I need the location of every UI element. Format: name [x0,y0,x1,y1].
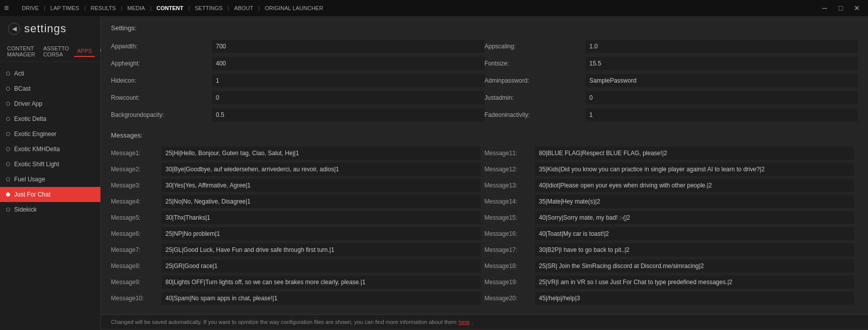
appheight-input[interactable] [212,57,485,70]
message1-input[interactable] [161,147,481,160]
justadmin-label: Justadmin: [485,94,586,101]
back-button[interactable]: ◀ [8,23,20,35]
message4-input[interactable] [161,195,481,208]
messages-section: Messages: Message1: Message2: Message3: [111,131,858,306]
message19-input[interactable] [535,276,854,289]
message6-input[interactable] [161,227,481,240]
appscaling-input[interactable] [586,40,858,53]
message18-label: Message18: [485,262,535,270]
titlebar-controls: ─ □ ✕ [818,1,864,15]
message2-input[interactable] [161,163,481,176]
message-row-19: Message19: [485,274,858,290]
fadeoninactivity-input[interactable] [586,108,858,121]
setting-row-rowcount: Rowcount: [111,89,485,106]
sidebar-item-label: Just For Chat [14,191,50,198]
message11-input[interactable] [535,147,854,160]
hamburger-icon[interactable]: ≡ [4,4,9,13]
settings-section-title: Settings: [111,24,858,32]
message-row-18: Message18: [485,258,858,274]
maximize-button[interactable]: □ [834,1,848,15]
messages-left-col: Message1: Message2: Message3: Message4: [111,145,485,306]
nav-original-launcher[interactable]: ORIGINAL LAUNCHER [260,5,328,11]
hideicon-input[interactable] [212,74,485,87]
sidebar-item-exotic-kmhdelta[interactable]: Exotic KMHDelta [0,142,100,157]
nav-laptimes[interactable]: LAP TIMES [45,5,84,11]
sidebar-item-sidekick[interactable]: Sidekick [0,202,100,217]
dot-icon [6,102,10,106]
dot-icon [6,87,10,91]
footer-link[interactable]: here [458,319,470,325]
setting-row-appheight: Appheight: [111,55,485,72]
message13-input[interactable] [535,179,854,192]
dot-icon [6,162,10,166]
message3-input[interactable] [161,179,481,192]
appscaling-label: Appscaling: [485,43,586,50]
message16-input[interactable] [535,227,854,240]
close-button[interactable]: ✕ [850,1,864,15]
message8-input[interactable] [161,259,481,273]
sidebar-item-fuel-usage[interactable]: Fuel Usage [0,172,100,187]
message16-label: Message16: [485,230,535,237]
setting-row-backgroundopacity: Backgroundopacity: [111,106,485,123]
message-row-3: Message3: [111,177,485,193]
message15-input[interactable] [535,211,854,224]
message-row-17: Message17: [485,242,858,258]
message-row-11: Message11: [485,145,858,161]
fadeoninactivity-label: Fadeoninactivity: [485,111,586,118]
nav-about[interactable]: ABOUT [229,5,258,11]
settings-right-col: Appscaling: Fontsize: Adminpassword: Jus… [485,38,858,123]
nav-results[interactable]: RESULTS [86,5,121,11]
dot-icon [6,192,10,196]
rowcount-input[interactable] [212,91,485,104]
message-row-20: Message20: [485,290,858,306]
backgroundopacity-input[interactable] [212,108,485,121]
appwidth-input[interactable] [212,40,485,53]
tab-content-manager[interactable]: CONTENT MANAGER [4,43,38,59]
message9-label: Message9: [111,279,161,286]
tab-assetto-corsa[interactable]: ASSETTO CORSA [40,43,72,59]
nav-media[interactable]: MEDIA [123,5,150,11]
titlebar: ≡ DRIVE | LAP TIMES | RESULTS | MEDIA | … [0,0,868,16]
message12-input[interactable] [535,163,854,176]
message18-input[interactable] [535,259,854,273]
sidebar-item-driver-app[interactable]: Driver App [0,96,100,111]
minimize-button[interactable]: ─ [818,1,832,15]
message17-input[interactable] [535,243,854,256]
dot-icon [6,117,10,121]
sidebar-item-exotic-engineer[interactable]: Exotic Engineer [0,126,100,142]
footer-end: . [472,319,473,325]
rowcount-label: Rowcount: [111,94,212,101]
adminpassword-input[interactable] [586,74,858,87]
sidebar-item-exotic-shift-light[interactable]: Exotic Shift Light [0,157,100,172]
message14-label: Message14: [485,198,535,205]
message20-input[interactable] [535,292,854,305]
message5-input[interactable] [161,211,481,224]
footer: Changed will be saved automatically. If … [101,314,868,329]
sidebar-item-label: BCast [14,85,31,92]
sidebar-item-just-for-chat[interactable]: Just For Chat [0,187,100,202]
message-row-4: Message4: [111,193,485,210]
dot-icon [6,132,10,136]
nav-content[interactable]: CONTENT [151,5,188,11]
setting-row-fontsize: Fontsize: [485,55,858,72]
message7-input[interactable] [161,243,481,256]
message13-label: Message13: [485,182,535,189]
justadmin-input[interactable] [586,91,858,104]
sidebar-item-acti[interactable]: Acti [0,66,100,81]
dot-icon [6,177,10,181]
sidebar-items: Acti BCast Driver App Exotic Delta Exoti… [0,66,100,330]
sidebar-item-bcast[interactable]: BCast [0,81,100,96]
sidebar: ◀ settings CONTENT MANAGER ASSETTO CORSA… [0,16,101,330]
message9-input[interactable] [161,276,481,289]
nav-drive[interactable]: DRIVE [17,5,44,11]
message10-input[interactable] [161,292,481,305]
fontsize-input[interactable] [586,57,858,70]
tab-apps[interactable]: APPS [74,46,95,57]
message8-label: Message8: [111,262,161,270]
nav-settings[interactable]: SETTINGS [190,5,227,11]
message14-input[interactable] [535,195,854,208]
message10-label: Message10: [111,295,161,302]
message20-label: Message20: [485,295,535,302]
sidebar-item-exotic-delta[interactable]: Exotic Delta [0,111,100,126]
appwidth-label: Appwidth: [111,43,212,50]
